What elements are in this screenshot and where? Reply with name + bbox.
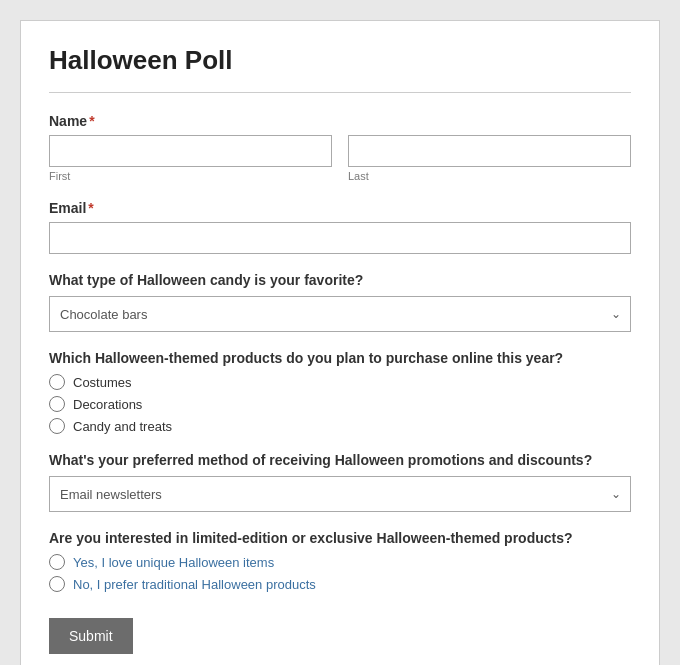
name-group: Name* First Last [49, 113, 631, 182]
email-required-star: * [88, 200, 93, 216]
radio-no-exclusive-label: No, I prefer traditional Halloween produ… [73, 577, 316, 592]
radio-item-decorations[interactable]: Decorations [49, 396, 631, 412]
candy-group: What type of Halloween candy is your fav… [49, 272, 631, 332]
name-required-star: * [89, 113, 94, 129]
radio-decorations[interactable] [49, 396, 65, 412]
email-input[interactable] [49, 222, 631, 254]
radio-costumes[interactable] [49, 374, 65, 390]
first-sublabel: First [49, 170, 332, 182]
email-label: Email* [49, 200, 631, 216]
radio-item-candy-treats[interactable]: Candy and treats [49, 418, 631, 434]
exclusive-group: Are you interested in limited-edition or… [49, 530, 631, 592]
candy-question-label: What type of Halloween candy is your fav… [49, 272, 631, 288]
radio-decorations-label: Decorations [73, 397, 142, 412]
promotions-select[interactable]: Email newsletters Social media Text mess… [49, 476, 631, 512]
name-row: First Last [49, 135, 631, 182]
products-group: Which Halloween-themed products do you p… [49, 350, 631, 434]
title-divider [49, 92, 631, 93]
radio-item-no-exclusive[interactable]: No, I prefer traditional Halloween produ… [49, 576, 631, 592]
radio-item-costumes[interactable]: Costumes [49, 374, 631, 390]
radio-yes-exclusive[interactable] [49, 554, 65, 570]
last-sublabel: Last [348, 170, 631, 182]
radio-candy-treats-label: Candy and treats [73, 419, 172, 434]
first-name-input[interactable] [49, 135, 332, 167]
promotions-select-wrapper: Email newsletters Social media Text mess… [49, 476, 631, 512]
promotions-group: What's your preferred method of receivin… [49, 452, 631, 512]
submit-button[interactable]: Submit [49, 618, 133, 654]
radio-no-exclusive[interactable] [49, 576, 65, 592]
radio-candy-treats[interactable] [49, 418, 65, 434]
last-name-field: Last [348, 135, 631, 182]
products-question-label: Which Halloween-themed products do you p… [49, 350, 631, 366]
page-title: Halloween Poll [49, 45, 631, 76]
radio-costumes-label: Costumes [73, 375, 132, 390]
radio-item-yes-exclusive[interactable]: Yes, I love unique Halloween items [49, 554, 631, 570]
promotions-question-label: What's your preferred method of receivin… [49, 452, 631, 468]
radio-yes-exclusive-label: Yes, I love unique Halloween items [73, 555, 274, 570]
form-card: Halloween Poll Name* First Last Email* W… [20, 20, 660, 665]
exclusive-radio-group: Yes, I love unique Halloween items No, I… [49, 554, 631, 592]
candy-select-wrapper: Chocolate bars Gummy candies Hard candie… [49, 296, 631, 332]
exclusive-question-label: Are you interested in limited-edition or… [49, 530, 631, 546]
email-group: Email* [49, 200, 631, 254]
last-name-input[interactable] [348, 135, 631, 167]
products-radio-group: Costumes Decorations Candy and treats [49, 374, 631, 434]
first-name-field: First [49, 135, 332, 182]
candy-select[interactable]: Chocolate bars Gummy candies Hard candie… [49, 296, 631, 332]
name-label: Name* [49, 113, 631, 129]
